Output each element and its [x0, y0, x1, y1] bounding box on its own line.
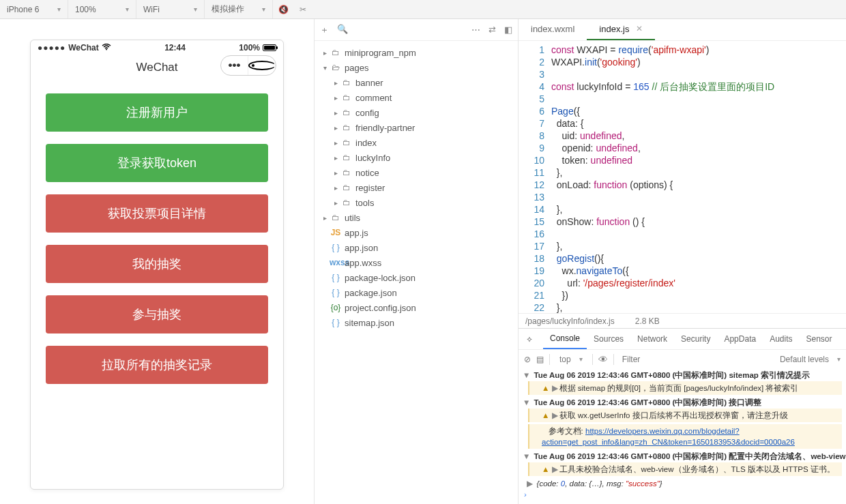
tree-label: register: [355, 183, 385, 193]
tree-folder[interactable]: ▸🗀banner: [315, 75, 518, 90]
console-group-header[interactable]: ▼ Tue Aug 06 2019 12:43:46 GMT+0800 (中国标…: [523, 397, 842, 408]
tree-arrow-icon: ▸: [331, 94, 340, 102]
file-size: 2.8 KB: [635, 316, 660, 326]
tree-file[interactable]: { }app.json: [315, 240, 518, 255]
devtools-tab[interactable]: Console: [543, 329, 587, 349]
chevron-down-icon: ▾: [194, 5, 197, 13]
tree-file[interactable]: { }package.json: [315, 285, 518, 300]
close-ring-icon[interactable]: [248, 56, 276, 75]
chevron-down-icon: ▾: [57, 5, 61, 13]
tree-label: project.config.json: [345, 303, 416, 313]
context-selector[interactable]: top▾: [555, 355, 587, 364]
devtools-tab[interactable]: Storage: [839, 329, 846, 349]
editor-tab[interactable]: index.wxml: [519, 18, 587, 40]
carrier-label: WeChat: [68, 43, 98, 53]
cut-icon[interactable]: ✂: [294, 5, 312, 14]
sim-button[interactable]: 获取投票项目详情: [46, 194, 268, 233]
device-selector[interactable]: iPhone 6▾: [0, 0, 68, 18]
tree-arrow-icon: ▸: [331, 169, 340, 177]
devtools-tab[interactable]: AppData: [717, 329, 763, 349]
tree-folder[interactable]: ▸🗀index: [315, 135, 518, 150]
sim-button[interactable]: 参与抽奖: [46, 295, 268, 333]
tree-label: config: [355, 108, 379, 118]
devtools-tab[interactable]: Audits: [763, 329, 799, 349]
tree-label: luckyInfo: [355, 153, 390, 163]
chevron-down-icon: ▾: [837, 355, 841, 363]
tree-folder[interactable]: ▸🗀utils: [315, 210, 518, 225]
tree-folder[interactable]: ▸🗀miniprogram_npm: [315, 45, 518, 60]
tree-label: index: [355, 138, 377, 148]
file-tree-pane: ＋ 🔍 ⋯ ⇄ ◧ ▸🗀miniprogram_npm▾🗁pages▸🗀bann…: [314, 19, 519, 504]
settings-icon[interactable]: ⇄: [488, 25, 496, 35]
network-selector[interactable]: WiFi▾: [136, 0, 205, 18]
menu-dots-icon[interactable]: •••: [221, 56, 248, 75]
devtools-tab[interactable]: Sources: [587, 329, 630, 349]
mute-icon[interactable]: 🔇: [273, 5, 294, 14]
sidebar-toggle-icon[interactable]: ▤: [536, 355, 544, 364]
devtools-tab[interactable]: Network: [630, 329, 674, 349]
tree-label: tools: [355, 198, 374, 208]
inspect-icon[interactable]: ⟡: [524, 334, 535, 344]
sim-button[interactable]: 拉取所有的抽奖记录: [46, 346, 268, 384]
console-filter-input[interactable]: [619, 353, 770, 366]
tree-folder[interactable]: ▸🗀tools: [315, 195, 518, 210]
sim-button[interactable]: 我的抽奖: [46, 245, 268, 283]
tree-folder[interactable]: ▸🗀comment: [315, 90, 518, 105]
tree-file[interactable]: {o}project.config.json: [315, 300, 518, 315]
split-icon[interactable]: ◧: [504, 25, 512, 35]
tree-folder[interactable]: ▸🗀friendly-partner: [315, 120, 518, 135]
tree-folder[interactable]: ▾🗁pages: [315, 60, 518, 75]
chevron-down-icon: ▾: [126, 5, 129, 13]
console-object[interactable]: ▶ {code: 0, data: {…}, msg: "success"}: [523, 478, 842, 489]
search-icon[interactable]: 🔍: [337, 24, 348, 36]
tree-label: package-lock.json: [345, 273, 415, 283]
phone-frame: ●●●●● WeChat 12:44 100% WeChat: [30, 40, 284, 490]
tree-file[interactable]: { }package-lock.json: [315, 270, 518, 285]
devtools-tab[interactable]: Security: [674, 329, 717, 349]
file-path: /pages/luckyInfo/index.js: [525, 316, 615, 326]
tab-label: index.wxml: [531, 24, 574, 34]
clear-console-icon[interactable]: ⊘: [524, 355, 531, 364]
live-expression-icon[interactable]: 👁: [598, 354, 608, 365]
tree-file[interactable]: wxssapp.wxss: [315, 255, 518, 270]
chevron-down-icon: ▾: [262, 5, 265, 13]
doc-link[interactable]: https://developers.weixin.qq.com/blogdet…: [542, 427, 795, 446]
console-group-header[interactable]: ▼ Tue Aug 06 2019 12:43:46 GMT+0800 (中国标…: [523, 451, 842, 462]
more-icon[interactable]: ⋯: [471, 25, 480, 35]
tree-label: banner: [355, 78, 383, 88]
console-prompt[interactable]: ›: [523, 489, 842, 500]
sim-button[interactable]: 注册新用户: [46, 93, 268, 132]
tree-folder[interactable]: ▸🗀register: [315, 180, 518, 195]
sim-button[interactable]: 登录获取token: [46, 144, 268, 182]
wifi-icon: [102, 43, 111, 53]
tree-label: pages: [345, 63, 368, 73]
tree-arrow-icon: ▾: [320, 64, 330, 72]
editor-tab[interactable]: index.js✕: [587, 18, 655, 40]
battery-percent: 100%: [239, 43, 260, 53]
tree-arrow-icon: ▸: [331, 109, 340, 117]
devtools-tab[interactable]: Sensor: [800, 329, 839, 349]
tree-label: notice: [355, 168, 379, 178]
new-file-icon[interactable]: ＋: [320, 24, 329, 36]
close-icon[interactable]: ✕: [636, 24, 643, 33]
console-group-header[interactable]: ▼ Tue Aug 06 2019 12:43:46 GMT+0800 (中国标…: [523, 370, 842, 381]
tree-folder[interactable]: ▸🗀notice: [315, 165, 518, 180]
svg-point-0: [106, 49, 107, 50]
tree-arrow-icon: ▸: [331, 154, 340, 162]
tree-folder[interactable]: ▸🗀config: [315, 105, 518, 120]
chevron-down-icon: ▾: [579, 355, 583, 363]
tree-arrow-icon: ▸: [331, 184, 340, 192]
zoom-selector[interactable]: 100%▾: [68, 0, 136, 18]
log-level-selector[interactable]: Default levels▾: [780, 355, 841, 364]
capsule-menu[interactable]: •••: [220, 55, 276, 76]
console-warning: ▲ ▶根据 sitemap 的规则[0]，当前页面 [pages/luckyIn…: [528, 381, 842, 395]
tab-label: index.js: [599, 24, 629, 34]
tree-file[interactable]: JSapp.js: [315, 225, 518, 240]
page-title: WeChat: [136, 61, 177, 74]
tree-folder[interactable]: ▸🗀luckyInfo: [315, 150, 518, 165]
tree-arrow-icon: ▸: [331, 79, 340, 87]
tree-label: utils: [345, 213, 360, 223]
tree-file[interactable]: { }sitemap.json: [315, 315, 518, 330]
sim-action-selector[interactable]: 模拟操作▾: [205, 0, 273, 18]
console-warning: ▲ ▶获取 wx.getUserInfo 接口后续将不再出现授权弹窗，请注意升级: [528, 409, 842, 422]
